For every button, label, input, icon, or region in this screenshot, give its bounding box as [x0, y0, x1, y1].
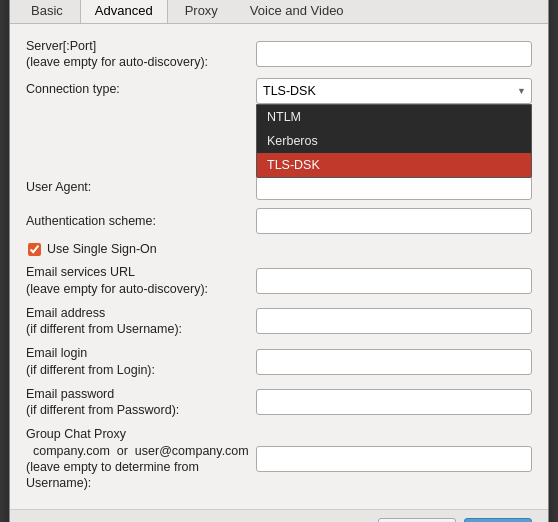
user-agent-row: User Agent:	[26, 174, 532, 200]
email-password-input[interactable]	[256, 389, 532, 415]
sso-checkbox[interactable]	[28, 243, 41, 256]
email-address-input[interactable]	[256, 308, 532, 334]
dropdown-item-tls-dsk[interactable]: TLS-DSK	[257, 153, 531, 177]
sso-label: Use Single Sign-On	[47, 242, 157, 256]
email-password-label: Email password(if different from Passwor…	[26, 386, 256, 419]
auth-scheme-input[interactable]	[256, 208, 532, 234]
email-services-url-row: Email services URL(leave empty for auto-…	[26, 264, 532, 297]
connection-type-combo[interactable]	[256, 78, 532, 104]
connection-type-wrapper: NTLM Kerberos TLS-DSK	[256, 78, 532, 104]
form-content: Server[:Port](leave empty for auto-disco…	[10, 24, 548, 510]
email-password-row: Email password(if different from Passwor…	[26, 386, 532, 419]
dropdown-item-kerberos[interactable]: Kerberos	[257, 129, 531, 153]
email-services-url-input[interactable]	[256, 268, 532, 294]
server-port-label: Server[:Port](leave empty for auto-disco…	[26, 38, 256, 71]
connection-type-label: Connection type:	[26, 78, 256, 96]
button-row: Cancel Save	[10, 509, 548, 522]
auth-scheme-row: Authentication scheme:	[26, 208, 532, 234]
tab-bar: Basic Advanced Proxy Voice and Video	[10, 0, 548, 24]
tab-advanced[interactable]: Advanced	[80, 0, 168, 23]
auth-scheme-label: Authentication scheme:	[26, 213, 256, 229]
cancel-button[interactable]: Cancel	[378, 518, 456, 522]
user-agent-label: User Agent:	[26, 179, 256, 195]
tab-basic[interactable]: Basic	[16, 0, 78, 23]
dialog: Modify Account Basic Advanced Proxy Voic…	[9, 0, 549, 522]
server-port-input[interactable]	[256, 41, 532, 67]
user-agent-input[interactable]	[256, 174, 532, 200]
email-login-label: Email login(if different from Login):	[26, 345, 256, 378]
save-button[interactable]: Save	[464, 518, 532, 522]
connection-type-dropdown: NTLM Kerberos TLS-DSK	[256, 104, 532, 178]
tab-voice-video[interactable]: Voice and Video	[235, 0, 359, 23]
group-chat-proxy-row: Group Chat Proxy company.com or user@com…	[26, 426, 532, 491]
connection-type-input[interactable]	[256, 78, 532, 104]
email-login-input[interactable]	[256, 349, 532, 375]
connection-type-row: Connection type: NTLM Kerberos TLS-DSK	[26, 78, 532, 104]
tab-proxy[interactable]: Proxy	[170, 0, 233, 23]
sso-row: Use Single Sign-On	[26, 242, 532, 256]
email-services-url-label: Email services URL(leave empty for auto-…	[26, 264, 256, 297]
server-port-row: Server[:Port](leave empty for auto-disco…	[26, 38, 532, 71]
email-address-row: Email address(if different from Username…	[26, 305, 532, 338]
group-chat-proxy-label: Group Chat Proxy company.com or user@com…	[26, 426, 256, 491]
email-login-row: Email login(if different from Login):	[26, 345, 532, 378]
email-address-label: Email address(if different from Username…	[26, 305, 256, 338]
group-chat-proxy-input[interactable]	[256, 446, 532, 472]
dropdown-item-ntlm[interactable]: NTLM	[257, 105, 531, 129]
